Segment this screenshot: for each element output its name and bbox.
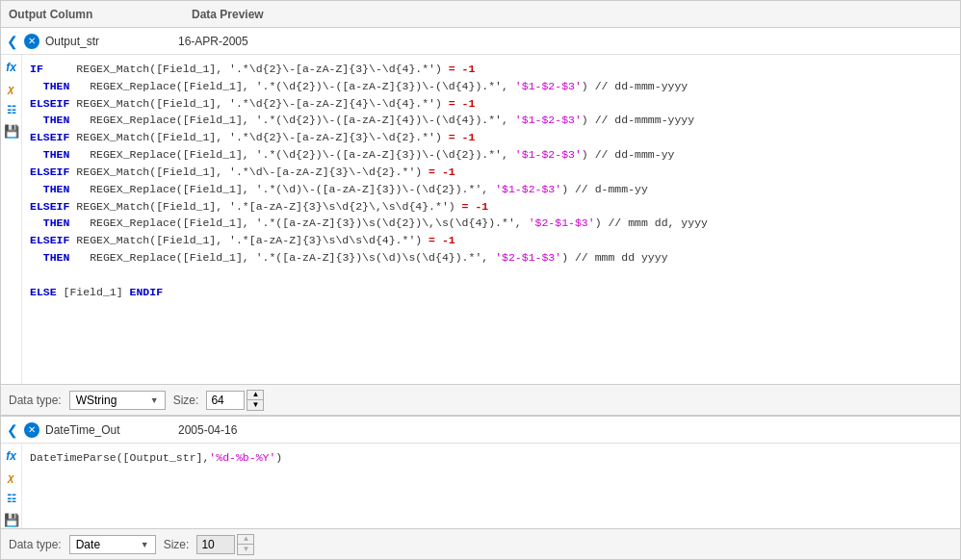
bottom-section: ❮ ✕ DateTime_Out 2005-04-16 fx χ ☷ 💾 Dat… (1, 417, 960, 559)
x-formula-icon[interactable]: χ (3, 80, 20, 97)
bottom-bottom-bar: Data type: Date ▼ Size: ▲ ▼ (1, 528, 960, 559)
formula-line-11: ELSEIF REGEX_Match([Field_1], '.*[a-zA-Z… (30, 232, 952, 249)
save-icon-bottom[interactable]: 💾 (3, 511, 20, 528)
formula-line-13 (30, 267, 952, 284)
formula-line-9: ELSEIF REGEX_Match([Field_1], '.*[a-zA-Z… (30, 198, 952, 216)
datatype-value-top: WString (76, 394, 150, 407)
close-icon[interactable]: ✕ (24, 34, 39, 49)
formula-line-14: ELSE [Field_1] ENDIF (30, 284, 952, 301)
datetime-out-preview: 2005-04-16 (169, 423, 237, 437)
datatype-label-bottom: Data type: (9, 538, 62, 551)
size-label-top: Size: (173, 394, 199, 407)
chevron-icon[interactable]: ❮ (7, 34, 18, 49)
fx-icon-bottom[interactable]: fx (3, 447, 20, 465)
datatype-label-top: Data type: (9, 394, 62, 407)
data-preview-label: Data Preview (192, 8, 264, 21)
datatype-select-bottom[interactable]: Date ▼ (69, 535, 156, 554)
main-container: Output Column Data Preview ❮ ✕ Output_st… (0, 0, 961, 560)
datatype-select-top[interactable]: WString ▼ (69, 391, 166, 410)
output-str-field: ✕ Output_str (24, 34, 169, 49)
formula-line-1: IF REGEX_Match([Field_1], '.*\d{2}\-[a-z… (30, 61, 952, 78)
formula-line-3: ELSEIF REGEX_Match([Field_1], '.*\d{2}\-… (30, 95, 952, 113)
output-column-label: Output Column (9, 8, 182, 21)
formula-line-12: THEN REGEX_Replace([Field_1], '.*([a-zA-… (30, 249, 952, 267)
close-icon-bottom[interactable]: ✕ (24, 422, 39, 438)
spin-btns-bottom: ▲ ▼ (237, 534, 254, 555)
spin-up-bottom[interactable]: ▲ (238, 535, 253, 545)
size-input-group-top: ▲ ▼ (206, 390, 264, 411)
top-formula-content: IF REGEX_Match([Field_1], '.*\d{2}\-[a-z… (22, 55, 960, 384)
size-label-bottom: Size: (164, 538, 190, 551)
filter-icon-bottom[interactable]: ☷ (3, 490, 20, 507)
bottom-output-row: ❮ ✕ DateTime_Out 2005-04-16 (1, 417, 960, 444)
formula-line-4: THEN REGEX_Replace([Field_1], '.*(\d{2})… (30, 112, 952, 129)
size-input-bottom[interactable] (196, 535, 235, 554)
datetime-out-field: ✕ DateTime_Out (24, 422, 169, 438)
bottom-formula-line-1: DateTimeParse([Output_str],'%d-%b-%Y') (30, 449, 952, 467)
bottom-code-area: fx χ ☷ 💾 DateTimeParse([Output_str],'%d-… (1, 444, 960, 528)
datetime-out-name: DateTime_Out (45, 423, 120, 437)
chevron-down-icon-bottom: ▼ (141, 540, 149, 549)
output-str-name: Output_str (45, 35, 99, 48)
spin-up-top[interactable]: ▲ (247, 391, 263, 400)
size-input-group-bottom: ▲ ▼ (196, 534, 254, 555)
formula-line-5: ELSEIF REGEX_Match([Field_1], '.*\d{2}\-… (30, 129, 952, 146)
formula-line-2: THEN REGEX_Replace([Field_1], '.*(\d{2})… (30, 78, 952, 95)
output-str-row: ❮ ✕ Output_str 16-APR-2005 (1, 28, 960, 55)
fx-icon[interactable]: fx (3, 59, 20, 76)
left-icon-panel: fx χ ☷ 💾 (1, 55, 22, 384)
spin-down-bottom[interactable]: ▼ (238, 545, 253, 554)
chevron-icon-bottom[interactable]: ❮ (7, 422, 18, 438)
top-header-row: Output Column Data Preview (1, 1, 960, 28)
formula-line-10: THEN REGEX_Replace([Field_1], '.*([a-zA-… (30, 215, 952, 232)
bottom-left-icon-panel: fx χ ☷ 💾 (1, 444, 22, 528)
output-str-preview: 16-APR-2005 (169, 35, 248, 48)
datatype-value-bottom: Date (76, 538, 141, 551)
size-input-top[interactable] (206, 391, 245, 410)
top-code-area: fx χ ☷ 💾 IF REGEX_Match([Field_1], '.*\d… (1, 55, 960, 384)
formula-line-7: ELSEIF REGEX_Match([Field_1], '.*\d\-[a-… (30, 164, 952, 181)
top-bottom-bar: Data type: WString ▼ Size: ▲ ▼ (1, 384, 960, 415)
top-section: Output Column Data Preview ❮ ✕ Output_st… (1, 1, 960, 417)
bottom-formula-content: DateTimeParse([Output_str],'%d-%b-%Y') (22, 444, 960, 528)
spin-btns-top: ▲ ▼ (247, 390, 264, 411)
filter-icon[interactable]: ☷ (3, 101, 20, 118)
formula-line-8: THEN REGEX_Replace([Field_1], '.*(\d)\-(… (30, 181, 952, 198)
x-formula-icon-bottom[interactable]: χ (3, 469, 20, 486)
spin-down-top[interactable]: ▼ (247, 400, 263, 410)
save-icon[interactable]: 💾 (3, 122, 20, 140)
formula-line-6: THEN REGEX_Replace([Field_1], '.*(\d{2})… (30, 146, 952, 164)
chevron-down-icon-top: ▼ (150, 395, 159, 405)
